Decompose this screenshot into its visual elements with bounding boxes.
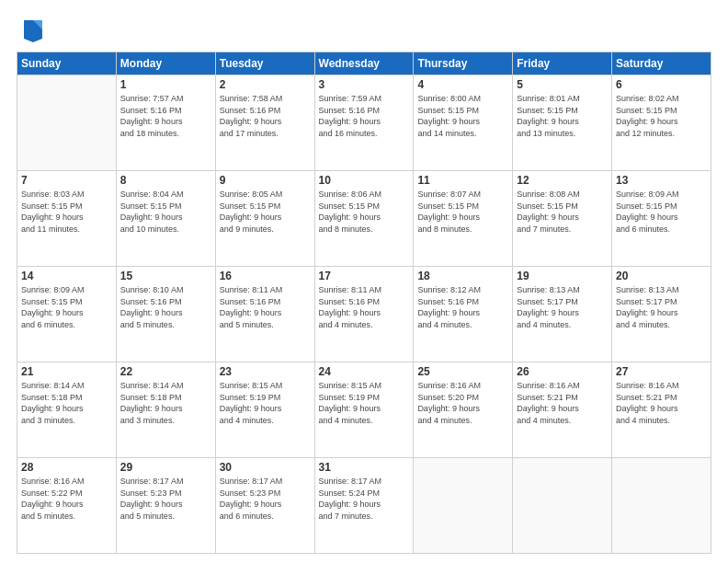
table-row: 24Sunrise: 8:15 AMSunset: 5:19 PMDayligh…: [314, 362, 414, 458]
day-number: 15: [120, 270, 211, 282]
table-row: 8Sunrise: 8:04 AMSunset: 5:15 PMDaylight…: [116, 171, 215, 267]
table-row: 20Sunrise: 8:13 AMSunset: 5:17 PMDayligh…: [612, 267, 711, 362]
day-number: 23: [220, 365, 311, 378]
calendar-table: SundayMondayTuesdayWednesdayThursdayFrid…: [17, 52, 711, 554]
table-row: 7Sunrise: 8:03 AMSunset: 5:15 PMDaylight…: [17, 171, 117, 267]
calendar-header-row: SundayMondayTuesdayWednesdayThursdayFrid…: [17, 52, 711, 75]
day-number: 7: [21, 174, 112, 187]
table-row: 14Sunrise: 8:09 AMSunset: 5:15 PMDayligh…: [17, 267, 117, 362]
day-info: Sunrise: 8:16 AMSunset: 5:21 PMDaylight:…: [517, 380, 608, 426]
day-info: Sunrise: 8:13 AMSunset: 5:17 PMDaylight:…: [616, 284, 707, 330]
day-number: 6: [616, 78, 707, 91]
day-number: 27: [616, 365, 707, 378]
day-info: Sunrise: 8:00 AMSunset: 5:15 PMDaylight:…: [417, 93, 508, 139]
calendar-day-header: Friday: [513, 52, 612, 75]
table-row: 10Sunrise: 8:06 AMSunset: 5:15 PMDayligh…: [314, 171, 414, 267]
day-number: 21: [21, 365, 112, 378]
day-info: Sunrise: 8:17 AMSunset: 5:23 PMDaylight:…: [220, 476, 311, 522]
table-row: 12Sunrise: 8:08 AMSunset: 5:15 PMDayligh…: [513, 171, 612, 267]
table-row: 2Sunrise: 7:58 AMSunset: 5:16 PMDaylight…: [215, 75, 314, 171]
table-row: 27Sunrise: 8:16 AMSunset: 5:21 PMDayligh…: [612, 362, 711, 458]
table-row: 4Sunrise: 8:00 AMSunset: 5:15 PMDaylight…: [414, 75, 513, 171]
day-info: Sunrise: 8:15 AMSunset: 5:19 PMDaylight:…: [220, 380, 311, 426]
day-info: Sunrise: 8:14 AMSunset: 5:18 PMDaylight:…: [120, 380, 211, 426]
day-number: 16: [220, 270, 311, 282]
day-number: 29: [120, 461, 211, 474]
day-info: Sunrise: 7:59 AMSunset: 5:16 PMDaylight:…: [319, 93, 410, 139]
table-row: 29Sunrise: 8:17 AMSunset: 5:23 PMDayligh…: [116, 458, 215, 554]
day-number: 19: [517, 270, 608, 282]
day-info: Sunrise: 8:15 AMSunset: 5:19 PMDaylight:…: [319, 380, 410, 426]
day-number: 31: [319, 461, 410, 474]
day-info: Sunrise: 8:02 AMSunset: 5:15 PMDaylight:…: [616, 93, 707, 139]
table-row: 17Sunrise: 8:11 AMSunset: 5:16 PMDayligh…: [314, 267, 414, 362]
day-number: 9: [220, 174, 311, 187]
calendar-day-header: Sunday: [17, 52, 117, 75]
day-info: Sunrise: 8:07 AMSunset: 5:15 PMDaylight:…: [417, 189, 508, 235]
day-number: 17: [319, 270, 410, 282]
day-info: Sunrise: 8:10 AMSunset: 5:16 PMDaylight:…: [120, 284, 211, 330]
day-number: 12: [517, 174, 608, 187]
day-number: 28: [21, 461, 112, 474]
day-number: 4: [417, 78, 508, 91]
table-row: 25Sunrise: 8:16 AMSunset: 5:20 PMDayligh…: [414, 362, 513, 458]
calendar-day-header: Monday: [116, 52, 215, 75]
table-row: 13Sunrise: 8:09 AMSunset: 5:15 PMDayligh…: [612, 171, 711, 267]
table-row: 5Sunrise: 8:01 AMSunset: 5:15 PMDaylight…: [513, 75, 612, 171]
calendar-day-header: Thursday: [414, 52, 513, 75]
day-info: Sunrise: 8:17 AMSunset: 5:24 PMDaylight:…: [319, 476, 410, 522]
logo: [17, 17, 44, 42]
table-row: 19Sunrise: 8:13 AMSunset: 5:17 PMDayligh…: [513, 267, 612, 362]
day-info: Sunrise: 8:16 AMSunset: 5:21 PMDaylight:…: [616, 380, 707, 426]
day-number: 24: [319, 365, 410, 378]
day-number: 11: [417, 174, 508, 187]
table-row: 31Sunrise: 8:17 AMSunset: 5:24 PMDayligh…: [314, 458, 414, 554]
calendar-week-row: 7Sunrise: 8:03 AMSunset: 5:15 PMDaylight…: [17, 171, 711, 267]
day-info: Sunrise: 8:16 AMSunset: 5:20 PMDaylight:…: [417, 380, 508, 426]
day-info: Sunrise: 8:11 AMSunset: 5:16 PMDaylight:…: [319, 284, 410, 330]
day-number: 2: [220, 78, 311, 91]
day-info: Sunrise: 8:17 AMSunset: 5:23 PMDaylight:…: [120, 476, 211, 522]
calendar-week-row: 14Sunrise: 8:09 AMSunset: 5:15 PMDayligh…: [17, 267, 711, 362]
day-number: 14: [21, 270, 112, 282]
table-row: [612, 458, 711, 554]
calendar-week-row: 1Sunrise: 7:57 AMSunset: 5:16 PMDaylight…: [17, 75, 711, 171]
table-row: 6Sunrise: 8:02 AMSunset: 5:15 PMDaylight…: [612, 75, 711, 171]
logo-icon: [22, 17, 44, 42]
table-row: 18Sunrise: 8:12 AMSunset: 5:16 PMDayligh…: [414, 267, 513, 362]
table-row: 16Sunrise: 8:11 AMSunset: 5:16 PMDayligh…: [215, 267, 314, 362]
table-row: 9Sunrise: 8:05 AMSunset: 5:15 PMDaylight…: [215, 171, 314, 267]
day-number: 18: [417, 270, 508, 282]
day-info: Sunrise: 8:06 AMSunset: 5:15 PMDaylight:…: [319, 189, 410, 235]
table-row: [414, 458, 513, 554]
day-number: 10: [319, 174, 410, 187]
day-number: 3: [319, 78, 410, 91]
day-info: Sunrise: 8:16 AMSunset: 5:22 PMDaylight:…: [21, 476, 112, 522]
day-number: 8: [120, 174, 211, 187]
day-info: Sunrise: 8:11 AMSunset: 5:16 PMDaylight:…: [220, 284, 311, 330]
day-number: 1: [120, 78, 211, 91]
calendar-day-header: Saturday: [612, 52, 711, 75]
day-info: Sunrise: 8:12 AMSunset: 5:16 PMDaylight:…: [417, 284, 508, 330]
day-info: Sunrise: 8:04 AMSunset: 5:15 PMDaylight:…: [120, 189, 211, 235]
day-number: 22: [120, 365, 211, 378]
day-number: 26: [517, 365, 608, 378]
day-info: Sunrise: 8:01 AMSunset: 5:15 PMDaylight:…: [517, 93, 608, 139]
day-info: Sunrise: 7:57 AMSunset: 5:16 PMDaylight:…: [120, 93, 211, 139]
day-info: Sunrise: 8:03 AMSunset: 5:15 PMDaylight:…: [21, 189, 112, 235]
day-number: 25: [417, 365, 508, 378]
day-info: Sunrise: 8:13 AMSunset: 5:17 PMDaylight:…: [517, 284, 608, 330]
day-info: Sunrise: 7:58 AMSunset: 5:16 PMDaylight:…: [220, 93, 311, 139]
table-row: [513, 458, 612, 554]
calendar-day-header: Tuesday: [215, 52, 314, 75]
day-number: 20: [616, 270, 707, 282]
day-number: 5: [517, 78, 608, 91]
table-row: 22Sunrise: 8:14 AMSunset: 5:18 PMDayligh…: [116, 362, 215, 458]
day-number: 30: [220, 461, 311, 474]
table-row: 23Sunrise: 8:15 AMSunset: 5:19 PMDayligh…: [215, 362, 314, 458]
table-row: 3Sunrise: 7:59 AMSunset: 5:16 PMDaylight…: [314, 75, 414, 171]
day-number: 13: [616, 174, 707, 187]
table-row: 1Sunrise: 7:57 AMSunset: 5:16 PMDaylight…: [116, 75, 215, 171]
page: SundayMondayTuesdayWednesdayThursdayFrid…: [0, 0, 728, 563]
table-row: 11Sunrise: 8:07 AMSunset: 5:15 PMDayligh…: [414, 171, 513, 267]
